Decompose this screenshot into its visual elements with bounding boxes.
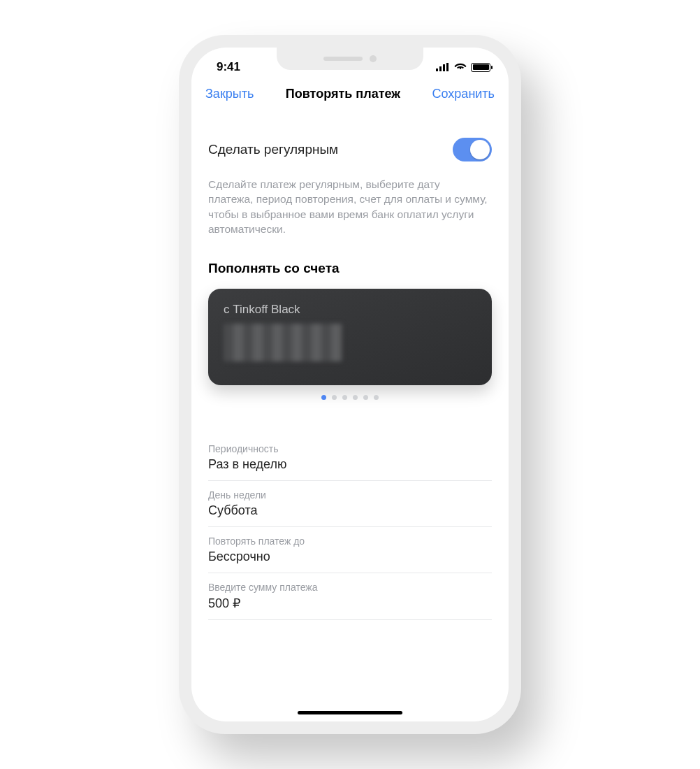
field-value: Суббота (208, 503, 492, 518)
pager-dot (353, 395, 358, 400)
frequency-field[interactable]: Периодичность Раз в неделю (208, 435, 492, 481)
account-card[interactable]: с Tinkoff Black (208, 289, 492, 385)
repeat-until-field[interactable]: Повторять платеж до Бессрочно (208, 527, 492, 573)
nav-bar: Закрыть Повторять платеж Сохранить (191, 81, 509, 108)
wifi-icon (454, 60, 467, 74)
field-value: Бессрочно (208, 549, 492, 564)
field-label: Периодичность (208, 443, 492, 454)
field-label: День недели (208, 489, 492, 501)
device-notch (277, 48, 423, 70)
pager-dot (342, 395, 347, 400)
make-regular-row: Сделать регулярным (208, 138, 492, 161)
pager-dot (374, 395, 379, 400)
field-label: Повторять платеж до (208, 536, 492, 547)
phone-device-frame: 9:41 Закрыть Повторять платеж Сохранить … (179, 35, 521, 734)
pager-dot (332, 395, 337, 400)
account-card-title: с Tinkoff Black (224, 303, 476, 317)
weekday-field[interactable]: День недели Суббота (208, 481, 492, 527)
amount-field[interactable]: Введите сумму платежа 500 ₽ (208, 573, 492, 620)
make-regular-toggle[interactable] (453, 138, 492, 161)
home-indicator[interactable] (298, 711, 402, 714)
battery-icon (471, 63, 490, 72)
make-regular-label: Сделать регулярным (208, 142, 338, 157)
account-section-title: Пополнять со счета (208, 261, 492, 276)
field-value: 500 ₽ (208, 596, 492, 611)
status-time: 9:41 (217, 60, 240, 74)
close-button[interactable]: Закрыть (205, 87, 254, 101)
account-card-balance-redacted (224, 324, 342, 361)
card-pager-dots[interactable] (208, 395, 492, 400)
pager-dot (321, 395, 326, 400)
pager-dot (363, 395, 368, 400)
regular-description: Сделайте платеж регулярным, выберите дат… (208, 177, 488, 237)
page-title: Повторять платеж (286, 87, 400, 101)
payment-settings-list: Периодичность Раз в неделю День недели С… (208, 435, 492, 620)
save-button[interactable]: Сохранить (432, 87, 495, 101)
field-label: Введите сумму платежа (208, 582, 492, 593)
screen: 9:41 Закрыть Повторять платеж Сохранить … (191, 48, 509, 721)
field-value: Раз в неделю (208, 457, 492, 472)
cellular-signal-icon (436, 63, 450, 71)
